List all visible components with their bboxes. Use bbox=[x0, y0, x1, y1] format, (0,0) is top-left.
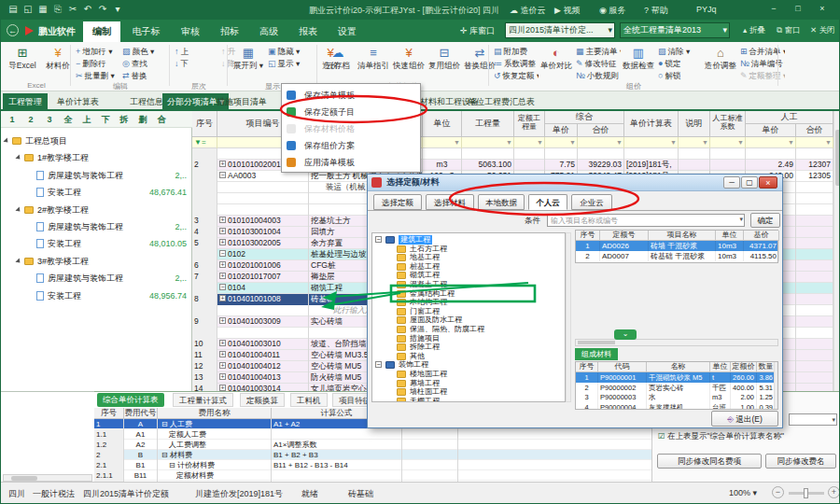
print-icon[interactable]: ⎘ bbox=[51, 4, 64, 17]
zoom-slider[interactable] bbox=[789, 492, 824, 495]
grid-cell-ltotal[interactable] bbox=[796, 294, 833, 305]
expand-box-icon[interactable]: + bbox=[219, 317, 226, 324]
dialog-material-row[interactable]: 1P90000001干混砌筑砂浆 M5t260.003.86 bbox=[576, 372, 774, 383]
filter-cell[interactable]: ▼ bbox=[624, 137, 679, 148]
dialog-exit-button[interactable]: ⎆ 退出(E) bbox=[711, 411, 778, 427]
expand-box-icon[interactable]: + bbox=[219, 340, 226, 346]
expand-box-icon[interactable]: + bbox=[219, 295, 226, 301]
new-icon[interactable]: ▤ bbox=[7, 4, 20, 17]
grid-cell-code[interactable]: +010401004013 bbox=[217, 372, 309, 384]
grid-cell-dqty[interactable] bbox=[514, 160, 545, 171]
filter-chevron-icon[interactable]: ▼ bbox=[454, 137, 460, 148]
checkbox-icon[interactable]: ☑ bbox=[658, 431, 665, 441]
dialog-tab-个人云[interactable]: 个人云 bbox=[528, 194, 567, 210]
grid-cell-ltotal[interactable] bbox=[796, 305, 833, 316]
dialog-tree-item[interactable]: 门窗工程 bbox=[372, 307, 565, 316]
tree-item[interactable]: 安装工程48,676.41 bbox=[1, 185, 192, 201]
grid-cell-seq[interactable] bbox=[192, 148, 217, 160]
dialog-maximize-icon[interactable]: ▢ bbox=[741, 176, 758, 189]
grid-cell-ltotal[interactable]: 12305 bbox=[796, 171, 833, 182]
ribbon-造价调整-button[interactable]: ⌂造价调整 bbox=[705, 44, 736, 81]
grid-cell-note[interactable] bbox=[679, 148, 710, 160]
grid-cell-code[interactable] bbox=[217, 305, 309, 316]
filter-chevron-icon[interactable]: ▼ bbox=[616, 137, 623, 148]
panel-tab-单价计算表[interactable]: 单价计算表 bbox=[51, 93, 105, 111]
tree-item[interactable]: 安装工程48,956.74 bbox=[1, 288, 192, 304]
ribbon-修改特征-button[interactable]: ✎修改特征 bbox=[576, 58, 621, 70]
dialog-quota-grid[interactable]: 序号定额号项目名称单位基价1AD0026砖墙 干混砂浆10m34371.072A… bbox=[575, 230, 778, 263]
dialog-tree-item[interactable]: −建筑工程 bbox=[372, 235, 565, 245]
grid-cell-ltotal[interactable] bbox=[796, 339, 833, 350]
grid-cell-cprice[interactable]: 7.75 bbox=[545, 160, 578, 171]
bp-row[interactable]: 2.1B1⊟ 计价材料费B11 + B12 - B13 - B14 bbox=[94, 460, 651, 470]
grid-cell-seq[interactable]: 9 bbox=[192, 316, 217, 328]
ribbon-清单指引-button[interactable]: ≡清单指引 bbox=[357, 44, 389, 81]
name-filter-select[interactable]: ▾ bbox=[789, 413, 837, 426]
filter-cell[interactable]: ▼ bbox=[545, 137, 578, 148]
grid-cell-seq[interactable]: 12 bbox=[192, 361, 217, 372]
filter-cell[interactable]: ▼ bbox=[710, 137, 746, 148]
expand-box-icon[interactable]: + bbox=[219, 273, 226, 279]
ribbon-删除行-button[interactable]: −删除行 bbox=[76, 58, 120, 70]
grid-cell-code[interactable]: +010101004003 bbox=[217, 216, 309, 227]
grid-cell-ltotal[interactable] bbox=[796, 249, 833, 260]
grid-cell-ltotal[interactable] bbox=[796, 182, 833, 193]
grid-cell-seq[interactable] bbox=[192, 328, 217, 339]
ribbon-复用组价-button[interactable]: ⊟复用组价 bbox=[428, 44, 460, 81]
scroll-thumb[interactable] bbox=[578, 341, 615, 344]
grid-cell-seq[interactable]: 5 bbox=[192, 238, 217, 249]
bottom-tab-工料机[interactable]: 工料机 bbox=[290, 393, 328, 407]
bottom-tab-综合单价计算表[interactable]: 综合单价计算表 bbox=[97, 393, 164, 407]
expand-box-icon[interactable]: + bbox=[219, 261, 226, 268]
menu-tab-编制[interactable]: 编制 bbox=[83, 21, 120, 42]
dialog-tree-scrollbar[interactable] bbox=[566, 232, 571, 402]
dialog-tree-item[interactable]: −装饰工程 bbox=[372, 360, 565, 370]
grid-cell-ltotal[interactable] bbox=[796, 238, 833, 249]
dialog-tree-item[interactable]: 天棚工程 bbox=[372, 397, 565, 402]
bottom-tab-工程量计算式[interactable]: 工程量计算式 bbox=[173, 393, 233, 407]
grid-cell-cprice[interactable] bbox=[545, 148, 578, 160]
grid-cell-ltotal[interactable] bbox=[796, 316, 833, 328]
grid-cell-ltotal[interactable] bbox=[796, 384, 833, 391]
zoom-level[interactable]: 100% ▾ bbox=[729, 488, 757, 497]
expand-box-icon[interactable]: + bbox=[219, 228, 226, 234]
grid-cell-qty[interactable] bbox=[462, 148, 514, 160]
ribbon-系数调整-button[interactable]: ≔系数调整 bbox=[494, 58, 539, 70]
menu-item-保存组价方案[interactable]: 保存组价方案 bbox=[282, 137, 420, 154]
grid-cell-code[interactable] bbox=[217, 193, 309, 204]
dialog-tree-item[interactable]: 墙柱面工程 bbox=[372, 387, 565, 397]
menu-tab-电子标[interactable]: 电子标 bbox=[122, 21, 170, 42]
undo-icon[interactable]: ↶ bbox=[81, 4, 94, 17]
tree-item[interactable]: 房屋建筑与装饰工程2,.. bbox=[1, 219, 192, 235]
dialog-tree-item[interactable]: 金属结构工程 bbox=[372, 289, 565, 299]
grid-cell-seq[interactable]: 6 bbox=[192, 260, 217, 272]
dialog-close-icon[interactable]: × bbox=[759, 176, 777, 189]
grid-cell-code[interactable]: +010401003010 bbox=[217, 339, 309, 350]
grid-cell-code[interactable]: +010103001004 bbox=[217, 227, 309, 238]
tree-toolbar-2-button[interactable]: 2 bbox=[23, 113, 38, 126]
grid-cell-calc[interactable] bbox=[624, 148, 679, 160]
grid-cell-ltotal[interactable] bbox=[796, 372, 833, 384]
dialog-tree-item[interactable]: 土石方工程 bbox=[372, 245, 565, 254]
grid-cell-seq[interactable]: 11 bbox=[192, 350, 217, 361]
tree-item[interactable]: 1#教学楼工程 bbox=[1, 150, 192, 166]
list-library-select[interactable]: 全统工程量清单2013▾ bbox=[620, 22, 730, 38]
bottom-tab-定额换算[interactable]: 定额换算 bbox=[240, 393, 285, 407]
grid-cell-ltotal[interactable] bbox=[796, 350, 833, 361]
ribbon-上-button[interactable]: ↑上 bbox=[175, 46, 219, 58]
grid-cell-code[interactable]: +010401003009 bbox=[217, 316, 309, 328]
help-button[interactable]: ? 帮助 bbox=[644, 5, 668, 17]
zoom-in-icon[interactable]: + bbox=[828, 486, 840, 498]
dialog-tab-选择材料[interactable]: 选择材料 bbox=[426, 194, 474, 210]
ribbon-锁定-button[interactable]: ●锁定 bbox=[658, 58, 703, 70]
bp-row[interactable]: 2.1.1B11定额材料费 bbox=[94, 470, 651, 481]
bp-row[interactable]: 1.1A1定额人工费 bbox=[94, 429, 651, 440]
grid-cell-qty[interactable]: 5063.100 bbox=[462, 160, 514, 171]
menu-tab-招标[interactable]: 招标 bbox=[211, 21, 248, 42]
grid-cell-seq[interactable]: 2 bbox=[192, 160, 217, 171]
grid-cell-coef[interactable] bbox=[710, 148, 746, 160]
ribbon-快速组价-button[interactable]: ¥快速组价 bbox=[393, 44, 425, 81]
grid-cell-code[interactable]: +010201017007 bbox=[217, 272, 309, 283]
more-icon[interactable]: ▾ bbox=[111, 4, 124, 17]
tree-item[interactable]: 房屋建筑与装饰工程2,.. bbox=[1, 271, 192, 287]
